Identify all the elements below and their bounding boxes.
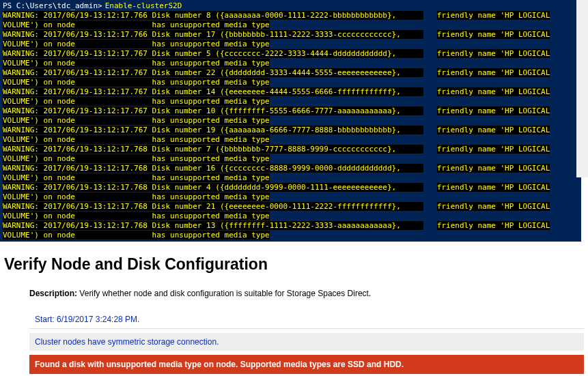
section-body: Description: Verify whether node and dis…	[4, 289, 584, 376]
warning-line: WARNING: 2017/06/19-13:12:17.768 Disk nu…	[3, 164, 578, 173]
warning-line: WARNING: 2017/06/19-13:12:17.768 Disk nu…	[3, 145, 578, 154]
warning-line: VOLUME') on node has unsupported media t…	[3, 20, 578, 30]
connection-row: Cluster nodes have symmetric storage con…	[29, 333, 584, 351]
start-row: Start: 6/19/2017 3:24:28 PM.	[29, 310, 584, 329]
prompt-command: Enable-clusterS2D	[105, 1, 182, 11]
warning-line: VOLUME') on node has unsupported media t…	[3, 135, 578, 145]
warning-line: WARNING: 2017/06/19-13:12:17.767 Disk nu…	[3, 106, 578, 116]
warning-line: WARNING: 2017/06/19-13:12:17.767 Disk nu…	[3, 49, 578, 59]
description-row: Description: Verify whether node and dis…	[29, 289, 584, 298]
error-row: Found a disk with unsupported media type…	[29, 355, 584, 374]
warning-line: VOLUME') on node has unsupported media t…	[3, 78, 578, 87]
prompt-line: PS C:\Users\tdc_admin> Enable-clusterS2D	[3, 1, 578, 11]
description-label: Description:	[29, 289, 77, 298]
warning-line: VOLUME') on node has unsupported media t…	[3, 59, 578, 68]
warning-line: WARNING: 2017/06/19-13:12:17.766 Disk nu…	[3, 11, 578, 20]
warning-line: WARNING: 2017/06/19-13:12:17.768 Disk nu…	[3, 202, 578, 212]
terminal-output: WARNING: 2017/06/19-13:12:17.766 Disk nu…	[3, 11, 578, 240]
warning-line: WARNING: 2017/06/19-13:12:17.766 Disk nu…	[3, 30, 578, 40]
section-heading: Verify Node and Disk Configuration	[4, 255, 584, 274]
description-text: Verify whether node and disk configurati…	[79, 289, 371, 298]
warning-line: VOLUME') on node has unsupported media t…	[3, 154, 578, 164]
powershell-terminal: PS C:\Users\tdc_admin> Enable-clusterS2D…	[0, 0, 581, 242]
warning-line: VOLUME') on node has unsupported media t…	[3, 97, 578, 106]
vertical-scrollbar[interactable]	[576, 0, 588, 177]
prompt-path: PS C:\Users\tdc_admin>	[3, 1, 102, 11]
warning-line: VOLUME') on node has unsupported media t…	[3, 116, 578, 126]
verify-section: Verify Node and Disk Configuration Descr…	[0, 242, 588, 376]
warning-line: WARNING: 2017/06/19-13:12:17.768 Disk nu…	[3, 221, 578, 231]
warning-line: WARNING: 2017/06/19-13:12:17.767 Disk nu…	[3, 126, 578, 135]
warning-line: WARNING: 2017/06/19-13:12:17.768 Disk nu…	[3, 183, 578, 192]
warning-line: WARNING: 2017/06/19-13:12:17.767 Disk nu…	[3, 68, 578, 78]
warning-line: WARNING: 2017/06/19-13:12:17.767 Disk nu…	[3, 87, 578, 97]
warning-line: VOLUME') on node has unsupported media t…	[3, 192, 578, 202]
warning-line: VOLUME') on node has unsupported media t…	[3, 40, 578, 49]
warning-line: VOLUME') on node has unsupported media t…	[3, 231, 578, 240]
warning-line: VOLUME') on node has unsupported media t…	[3, 173, 578, 183]
warning-line: VOLUME') on node has unsupported media t…	[3, 212, 578, 221]
